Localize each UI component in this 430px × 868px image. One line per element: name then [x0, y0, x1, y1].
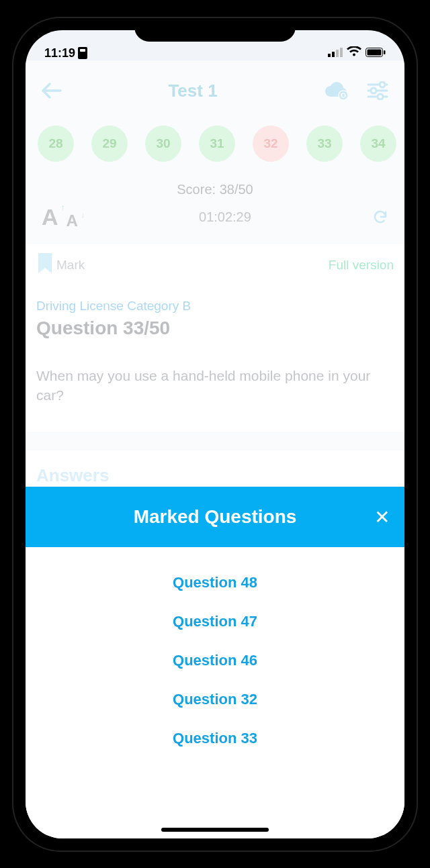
- question-chip[interactable]: 34: [360, 126, 396, 162]
- phone-frame: 11:19 Test 1: [13, 18, 417, 851]
- score-label: Score: 38/50: [26, 182, 404, 197]
- close-icon[interactable]: ✕: [374, 505, 390, 528]
- modal-title: Marked Questions: [134, 506, 297, 528]
- modal-header: Marked Questions ✕: [26, 487, 404, 547]
- modal-list: Question 48 Question 47 Question 46 Ques…: [26, 547, 404, 774]
- question-chip[interactable]: 29: [91, 126, 128, 162]
- card-top: Mark Full version: [36, 253, 394, 277]
- question-progress: Question 33/50: [36, 318, 394, 339]
- svg-point-11: [371, 88, 376, 93]
- svg-rect-5: [368, 49, 382, 55]
- category-label: Driving License Category B: [36, 299, 394, 314]
- question-chips[interactable]: 28 29 30 31 32 33 34: [26, 108, 404, 162]
- marked-question-link[interactable]: Question 33: [173, 730, 257, 747]
- svg-rect-2: [336, 50, 339, 57]
- full-version-link[interactable]: Full version: [329, 258, 394, 273]
- question-card: Mark Full version Driving License Catego…: [26, 244, 404, 432]
- marked-question-link[interactable]: Question 46: [173, 652, 257, 669]
- answers-gap: [26, 432, 404, 450]
- battery-icon: [366, 46, 386, 60]
- svg-point-9: [380, 82, 385, 87]
- answers-title: Answers: [36, 465, 394, 486]
- timer: 01:02:29: [199, 209, 251, 225]
- question-chip[interactable]: 32: [253, 126, 289, 162]
- app-header: Test 1: [26, 60, 404, 108]
- sim-card-icon: [78, 47, 87, 59]
- marked-questions-modal: Marked Questions ✕ Question 48 Question …: [26, 487, 404, 838]
- svg-rect-1: [332, 52, 335, 57]
- page-title: Test 1: [168, 81, 217, 101]
- svg-point-13: [378, 94, 383, 99]
- home-indicator[interactable]: [161, 828, 269, 832]
- svg-rect-3: [340, 48, 343, 57]
- question-chip[interactable]: 28: [38, 126, 74, 162]
- status-time: 11:19: [44, 46, 75, 60]
- marked-question-link[interactable]: Question 47: [173, 613, 257, 630]
- svg-point-7: [339, 91, 348, 100]
- notch: [134, 18, 296, 42]
- header-actions: [324, 81, 388, 101]
- mark-wrap[interactable]: Mark: [36, 253, 85, 277]
- font-decrease-icon[interactable]: A: [67, 211, 78, 230]
- cellular-icon: [328, 46, 343, 60]
- svg-rect-6: [384, 50, 386, 54]
- question-chip[interactable]: 33: [306, 126, 343, 162]
- control-row: A A 01:02:29: [26, 197, 404, 240]
- font-size-controls: A A: [42, 204, 78, 230]
- marked-question-link[interactable]: Question 32: [173, 691, 257, 708]
- font-increase-icon[interactable]: A: [42, 204, 58, 230]
- status-left: 11:19: [44, 46, 87, 60]
- question-chip[interactable]: 30: [145, 126, 181, 162]
- svg-rect-0: [328, 54, 331, 57]
- question-text: When may you use a hand-held mobile phon…: [36, 366, 394, 405]
- mark-label: Mark: [56, 258, 85, 273]
- bookmark-icon: [36, 253, 54, 277]
- status-right: [328, 46, 386, 60]
- refresh-icon[interactable]: [372, 209, 388, 225]
- marked-question-link[interactable]: Question 48: [173, 574, 257, 591]
- back-arrow-icon[interactable]: [42, 83, 62, 99]
- question-chip[interactable]: 31: [199, 126, 235, 162]
- cloud-sync-icon[interactable]: [324, 81, 351, 101]
- screen: 11:19 Test 1: [26, 30, 404, 838]
- wifi-icon: [347, 46, 361, 60]
- settings-sliders-icon[interactable]: [367, 81, 388, 100]
